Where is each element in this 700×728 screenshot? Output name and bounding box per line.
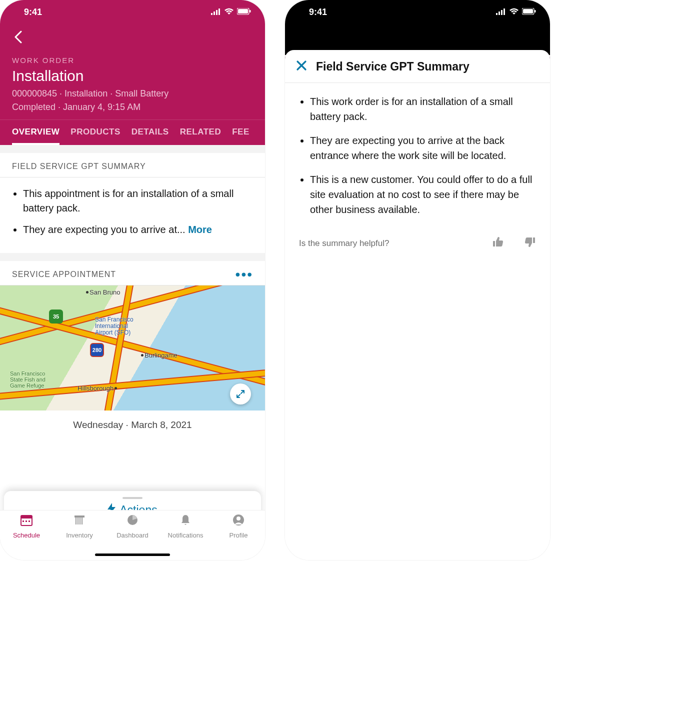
tab-label: Notifications xyxy=(168,532,204,539)
svg-rect-23 xyxy=(504,8,505,15)
status-bar: 9:41 xyxy=(0,0,265,24)
modal-title: Field Service GPT Summary xyxy=(316,60,470,74)
svg-rect-15 xyxy=(80,518,80,524)
appointment-date: Wednesday · March 8, 2021 xyxy=(0,410,265,442)
svg-rect-2 xyxy=(216,10,218,15)
map-label-hillsborough: Hillsborough xyxy=(78,384,118,392)
summary-modal: Field Service GPT Summary This work orde… xyxy=(285,50,550,560)
status-icons xyxy=(211,7,251,18)
tab-details[interactable]: DETAILS xyxy=(132,120,169,145)
summary-bullet: This is a new customer. You could offer … xyxy=(310,172,536,217)
status-time: 9:41 xyxy=(24,7,42,18)
map-shield-280: 280 xyxy=(90,343,104,357)
tab-profile[interactable]: Profile xyxy=(216,514,261,539)
svg-rect-13 xyxy=(76,518,76,524)
feedback-prompt: Is the summary helpful? xyxy=(299,238,389,248)
more-link[interactable]: More xyxy=(188,224,212,235)
appointment-section-header: SERVICE APPOINTMENT ••• xyxy=(0,261,265,286)
inventory-icon xyxy=(73,514,86,530)
svg-rect-20 xyxy=(496,13,498,15)
map-shield-35: 35 xyxy=(49,310,63,324)
summary-section-header: FIELD SERVICE GPT SUMMARY xyxy=(0,153,265,178)
spacer xyxy=(0,253,265,261)
home-indicator[interactable] xyxy=(95,554,170,556)
modal-backdrop: 9:41 xyxy=(285,0,550,55)
svg-rect-16 xyxy=(82,518,82,524)
appointment-more-icon[interactable]: ••• xyxy=(236,271,253,278)
feedback-row: Is the summary helpful? xyxy=(285,231,550,256)
tab-notifications[interactable]: Notifications xyxy=(163,514,208,539)
svg-rect-12 xyxy=(74,516,84,518)
tab-label: Profile xyxy=(230,532,248,539)
map-label-san-bruno: San Bruno xyxy=(85,288,120,296)
bell-icon xyxy=(179,514,192,530)
cellular-icon xyxy=(211,7,221,18)
battery-icon xyxy=(237,7,251,18)
work-order-status: Completed · January 4, 9:15 AM xyxy=(12,102,253,120)
sheet-grabber-icon[interactable] xyxy=(122,497,142,499)
svg-rect-26 xyxy=(534,10,536,12)
svg-rect-14 xyxy=(78,518,78,524)
battery-icon xyxy=(522,7,536,18)
svg-rect-10 xyxy=(26,520,27,522)
tab-bar: OVERVIEW PRODUCTS DETAILS RELATED FEE xyxy=(0,120,265,145)
summary-heading: FIELD SERVICE GPT SUMMARY xyxy=(12,162,146,171)
work-order-title: Installation xyxy=(12,68,253,84)
svg-rect-25 xyxy=(523,9,533,14)
close-button[interactable] xyxy=(296,59,307,74)
cellular-icon xyxy=(496,7,506,18)
tab-products[interactable]: PRODUCTS xyxy=(70,120,120,145)
map-expand-button[interactable] xyxy=(230,384,251,404)
tab-feed[interactable]: FEE xyxy=(232,120,250,145)
work-order-subtitle: 000000845 · Installation · Small Battery xyxy=(12,88,253,99)
tab-inventory[interactable]: Inventory xyxy=(57,514,102,539)
phone-left: 9:41 WORK ORDER Installation 000000845 ·… xyxy=(0,0,265,560)
svg-rect-8 xyxy=(21,516,32,518)
bottom-tab-bar: Schedule Inventory Dashboard Notificatio… xyxy=(0,510,265,560)
map-label-burlingame: Burlingame xyxy=(140,352,178,359)
dashboard-icon xyxy=(126,514,139,530)
summary-bullet-text: They are expecting you to arrive at... xyxy=(23,224,188,235)
svg-rect-1 xyxy=(214,12,215,15)
summary-body: This appointment is for an installation … xyxy=(0,178,265,253)
tab-label: Schedule xyxy=(13,532,40,539)
appointment-heading: SERVICE APPOINTMENT xyxy=(12,270,116,279)
map-label-sfo: San Francisco International Airport (SFO… xyxy=(95,316,134,336)
calendar-icon xyxy=(20,514,33,530)
tab-dashboard[interactable]: Dashboard xyxy=(110,514,155,539)
tab-overview[interactable]: OVERVIEW xyxy=(12,120,60,145)
svg-rect-22 xyxy=(501,10,502,15)
svg-rect-0 xyxy=(211,13,212,15)
tab-label: Inventory xyxy=(66,532,92,539)
phone-right: 9:41 Field Service GPT Summary xyxy=(285,0,550,560)
svg-rect-6 xyxy=(250,10,251,12)
status-time: 9:41 xyxy=(309,7,327,18)
tab-schedule[interactable]: Schedule xyxy=(4,514,49,539)
svg-rect-5 xyxy=(238,9,248,14)
status-icons xyxy=(496,7,536,18)
back-button[interactable] xyxy=(14,30,253,47)
map[interactable]: San Bruno San Francisco International Ai… xyxy=(0,286,265,410)
svg-point-19 xyxy=(236,516,240,520)
summary-bullet: They are expecting you to arrive at the … xyxy=(310,133,536,163)
modal-body: This work order is for an installation o… xyxy=(285,83,550,231)
modal-header: Field Service GPT Summary xyxy=(285,50,550,83)
tab-related[interactable]: RELATED xyxy=(180,120,222,145)
thumbs-down-button[interactable] xyxy=(524,236,536,251)
summary-bullet: This appointment is for an installation … xyxy=(23,186,253,216)
svg-rect-11 xyxy=(28,520,30,522)
work-order-label: WORK ORDER xyxy=(12,56,253,64)
svg-rect-21 xyxy=(498,12,500,15)
tab-label: Dashboard xyxy=(116,532,148,539)
status-bar: 9:41 xyxy=(285,0,550,24)
svg-rect-9 xyxy=(22,520,24,522)
svg-rect-3 xyxy=(218,8,220,15)
map-label-refuge: San Francisco State Fish and Game Refuge xyxy=(10,370,46,388)
profile-icon xyxy=(232,514,245,530)
spacer xyxy=(0,145,265,153)
wifi-icon xyxy=(224,7,234,18)
summary-bullet: This work order is for an installation o… xyxy=(310,94,536,124)
thumbs-up-button[interactable] xyxy=(492,236,504,251)
summary-bullet: They are expecting you to arrive at... M… xyxy=(23,222,253,237)
work-order-header: WORK ORDER Installation 000000845 · Inst… xyxy=(0,24,265,120)
